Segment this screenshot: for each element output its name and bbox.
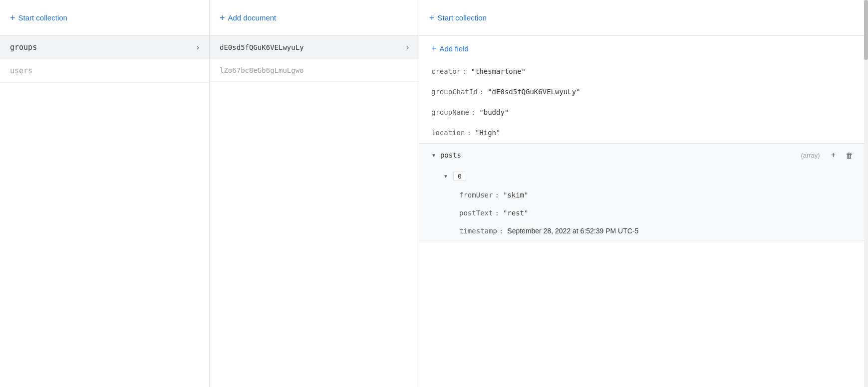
field-colon-timestamp: : [499, 227, 503, 235]
field-row-creator: creator : "thesmartone" [419, 61, 868, 82]
field-key-groupname: groupName [431, 108, 469, 116]
nested-field-posttext: postText : "rest" [419, 204, 868, 222]
field-key-groupchatid: groupChatId [431, 88, 478, 96]
field-value-timestamp: September 28, 2022 at 6:52:39 PM UTC-5 [507, 227, 638, 235]
field-colon-groupname: : [471, 108, 475, 116]
middle-panel-header: + Add document [210, 0, 419, 36]
start-collection-label-right: Start collection [438, 13, 487, 22]
field-value-groupname: "buddy" [479, 108, 509, 116]
start-collection-button-right[interactable]: + Start collection [429, 13, 487, 22]
document-list: dE0sd5fQGuK6VELwyuLy › lZo67bc8eGb6gLmuL… [210, 36, 419, 387]
field-colon-creator: : [463, 67, 467, 75]
field-colon-groupchatid: : [480, 88, 484, 96]
add-document-button[interactable]: + Add document [220, 13, 276, 22]
document-label-1: lZo67bc8eGb6gLmuLgwo [220, 66, 304, 74]
start-collection-label-left: Start collection [18, 13, 67, 22]
collection-label-users: users [10, 66, 32, 75]
add-document-label: Add document [228, 13, 277, 22]
nested-field-timestamp: timestamp : September 28, 2022 at 6:52:3… [419, 222, 868, 240]
collection-list: groups › users [0, 36, 209, 387]
plus-icon-left: + [10, 13, 15, 22]
array-key-posts: posts [440, 151, 797, 159]
right-panel: + Start collection + Add field creator :… [419, 0, 868, 387]
document-item-0[interactable]: dE0sd5fQGuK6VELwyuLy › [210, 36, 419, 59]
field-key-timestamp: timestamp [459, 227, 497, 235]
fields-panel: + Add field creator : "thesmartone" grou… [419, 36, 868, 387]
array-delete-button-posts[interactable]: 🗑 [843, 150, 856, 161]
left-panel-header: + Start collection [0, 0, 209, 36]
field-colon-location: : [467, 129, 471, 137]
array-add-button-posts[interactable]: + [828, 150, 839, 161]
add-field-button[interactable]: + Add field [431, 44, 469, 53]
array-item-header-0: ▼ 0 [419, 167, 868, 186]
start-collection-button-left[interactable]: + Start collection [10, 13, 67, 22]
field-key-location: location [431, 129, 465, 137]
array-section-posts: ▼ posts (array) + 🗑 ▼ 0 fromUser : "skim… [419, 143, 868, 240]
triangle-down-icon-posts: ▼ [431, 153, 436, 158]
field-row-location: location : "High" [419, 123, 868, 143]
collection-item-users[interactable]: users [0, 59, 209, 83]
add-field-label: Add field [440, 44, 469, 53]
collection-item-groups[interactable]: groups › [0, 36, 209, 59]
field-value-posttext: "rest" [503, 209, 529, 217]
plus-icon-array: + [831, 151, 836, 160]
field-value-groupchatid: "dE0sd5fQGuK6VELwyuLy" [488, 88, 580, 96]
field-value-location: "High" [475, 129, 501, 137]
array-index-badge-0: 0 [453, 172, 466, 181]
collection-label-groups: groups [10, 43, 37, 52]
field-row-groupchatid: groupChatId : "dE0sd5fQGuK6VELwyuLy" [419, 82, 868, 102]
document-item-1[interactable]: lZo67bc8eGb6gLmuLgwo [210, 59, 419, 82]
delete-icon-posts: 🗑 [846, 151, 853, 160]
plus-icon-middle: + [220, 13, 225, 22]
triangle-down-icon-item0: ▼ [443, 174, 448, 179]
add-field-row: + Add field [419, 36, 868, 61]
document-label-0: dE0sd5fQGuK6VELwyuLy [220, 43, 304, 51]
field-key-creator: creator [431, 67, 461, 75]
scrollbar-track[interactable] [864, 0, 868, 387]
field-key-fromuser: fromUser [459, 191, 493, 199]
left-panel: + Start collection groups › users [0, 0, 210, 387]
scrollbar-thumb[interactable] [864, 0, 868, 60]
field-row-groupname: groupName : "buddy" [419, 102, 868, 123]
field-key-posttext: postText [459, 209, 493, 217]
plus-icon-right: + [429, 13, 435, 22]
nested-field-fromuser: fromUser : "skim" [419, 186, 868, 204]
chevron-right-icon-doc0: › [406, 43, 409, 52]
field-colon-fromuser: : [495, 191, 499, 199]
field-colon-posttext: : [495, 209, 499, 217]
field-value-creator: "thesmartone" [471, 67, 526, 75]
array-type-posts: (array) [801, 152, 820, 159]
middle-panel: + Add document dE0sd5fQGuK6VELwyuLy › lZ… [210, 0, 419, 387]
right-panel-header: + Start collection [419, 0, 868, 36]
chevron-right-icon-groups: › [197, 43, 199, 52]
plus-icon-field: + [431, 44, 437, 53]
field-value-fromuser: "skim" [503, 191, 529, 199]
array-header-posts: ▼ posts (array) + 🗑 [419, 144, 868, 167]
